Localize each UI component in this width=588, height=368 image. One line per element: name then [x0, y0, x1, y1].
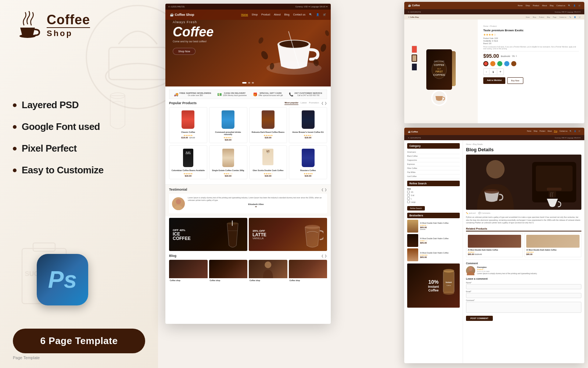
refine-button[interactable]: Refine Search	[407, 206, 425, 210]
color-option-blue[interactable]	[504, 61, 509, 66]
pd-nav-contact[interactable]: Contact us	[556, 4, 565, 7]
bestseller-1[interactable]: Al Most Double Dark Hakim Coffee ★★★★☆ $…	[407, 220, 460, 233]
page-template-label: Page Template	[13, 355, 40, 360]
pd-product-link[interactable]: Product	[539, 16, 544, 18]
bd-related-card-1[interactable]: Al Most Double Dark Hakim Coffee ★★★★☆ $…	[466, 233, 523, 257]
color-option-orange[interactable]	[490, 61, 495, 66]
submit-button[interactable]: POST COMMENT	[466, 316, 493, 321]
promo-latte[interactable]: 35% OFF LATTE VAINILLA	[249, 218, 327, 251]
pd-nav-blog[interactable]: Blog	[550, 4, 553, 7]
cat-espresso[interactable]: Espresso	[407, 162, 460, 166]
bd-nav-contact[interactable]: Contact us	[559, 130, 567, 132]
name-input[interactable]	[466, 284, 581, 289]
cat-black[interactable]: Black Coffee	[407, 154, 460, 158]
pd-nav-about[interactable]: About	[542, 4, 547, 7]
pd-contact-link[interactable]: Contact us	[559, 16, 566, 18]
feature-item: Google Font used	[13, 121, 104, 132]
product-card-4: Home Brewer's Invent Coffee Kit ★★★★☆ $1…	[289, 107, 327, 143]
thumb-red[interactable]	[412, 46, 417, 53]
blog-nav[interactable]: ❮ ❯	[321, 254, 327, 258]
bd-nav-shop[interactable]: Shop	[534, 130, 538, 132]
pd-cart-icon[interactable]: 🛒	[578, 4, 581, 7]
cat-flat[interactable]: Flat White	[407, 170, 460, 174]
checkbox-l[interactable]	[407, 197, 410, 200]
sidebar-promo-name: InstantCoffee	[428, 285, 439, 292]
shipping-support-text: 24/7 CUSTOMER SERVICE Call at 24/7 at 02…	[294, 92, 322, 96]
shipping-sub-3: Offer special bonuses with gift	[258, 94, 283, 96]
checkbox-sm[interactable]	[407, 194, 410, 197]
cat-filter[interactable]: Filter Coffee	[407, 166, 460, 170]
bd-nav-product[interactable]: Product	[539, 130, 545, 132]
pd-page-link[interactable]: Page	[553, 16, 556, 18]
bd-cart-icon[interactable]: 🛒	[578, 130, 581, 132]
comment-textarea[interactable]	[466, 302, 581, 313]
nav-arrows[interactable]: ❮ ❯	[321, 102, 327, 105]
tab-most-popular[interactable]: Most popular	[284, 102, 298, 105]
bd-related-card-2[interactable]: Al Most Double Dark Hakim Coffee ★★★★★ $…	[524, 233, 581, 257]
qty-plus[interactable]: +	[497, 69, 503, 75]
pd-cart-main-icon[interactable]: 🛒	[579, 16, 581, 18]
qty-minus[interactable]: -	[484, 69, 489, 75]
cat-cappuccino[interactable]: Cappuccino	[407, 158, 460, 162]
bestseller-2[interactable]: Al Most Double Dark Hakim Coffee ★★★☆☆ $…	[407, 234, 460, 247]
pd-shop-link[interactable]: Shop	[533, 16, 536, 18]
cat-americano[interactable]: Americano	[407, 150, 460, 154]
bd-nav-about[interactable]: About	[548, 130, 552, 132]
svg-point-32	[432, 60, 447, 79]
pd-content: ORGANIC COFFEE BUT FIRST COFFEE	[404, 20, 584, 123]
logo-area: Coffee Shop	[13, 11, 90, 40]
pd-nav-shop[interactable]: Shop	[526, 4, 530, 7]
svg-point-46	[469, 267, 473, 271]
email-field: Email*	[466, 290, 581, 298]
buy-now-button[interactable]: Buy Now	[507, 77, 523, 84]
hero-title: Coffee	[173, 25, 214, 39]
pd-user-icon[interactable]: 👤	[573, 4, 576, 7]
tab-promotion[interactable]: Promotion	[309, 102, 319, 105]
bd-related-img-2	[526, 235, 580, 248]
bd-nav-home[interactable]: Home	[527, 130, 531, 132]
pd-search-main-icon[interactable]: 🔍	[569, 16, 571, 18]
checkbox-large[interactable]	[407, 201, 410, 203]
promo-ice-coffee[interactable]: OFF 40% ICE COFFEE	[169, 218, 247, 251]
nav-logo: ☕ Coffee Shop	[170, 13, 194, 17]
pd-blog-link[interactable]: Blog	[547, 16, 550, 18]
add-to-wishlist-button[interactable]: Add to Wishlist	[483, 77, 505, 84]
color-option-red[interactable]	[483, 61, 488, 66]
blog-card-4[interactable]: Coffee shop	[289, 260, 327, 283]
checkbox-xs[interactable]	[407, 191, 410, 193]
blog-card-1[interactable]: Coffee shop	[169, 260, 208, 283]
email-input[interactable]	[466, 293, 581, 298]
testimonial-header: Testimonial ❮ ❯	[169, 188, 327, 191]
color-option-green[interactable]	[497, 61, 502, 66]
pd-user-main-icon[interactable]: 👤	[574, 16, 576, 18]
bestseller-3[interactable]: Al Most Double Dark Hakim Coffee ★★★★★ $…	[407, 248, 460, 261]
cat-iced[interactable]: Iced Coffee	[407, 174, 460, 178]
brand-name: Coffee	[47, 13, 90, 26]
thumb-tan[interactable]	[412, 54, 417, 62]
popular-products-title: Popular Products	[169, 101, 197, 105]
blog-card-3[interactable]: Coffee shop	[249, 260, 287, 283]
bd-search-icon[interactable]: 🔍	[570, 130, 572, 132]
thumb-dark[interactable]	[412, 63, 417, 71]
product-price-4: $18.00	[291, 137, 325, 139]
leave-comment-title: Leave a comment	[466, 277, 581, 280]
nav-home[interactable]: Home	[241, 13, 248, 16]
sidebar-promo-text: 10% InstantCoffee	[428, 279, 439, 292]
coffee-machine-svg	[466, 155, 581, 210]
bd-user-icon[interactable]: 👤	[574, 130, 576, 132]
color-option-brown[interactable]	[511, 61, 516, 66]
pd-nav-product[interactable]: Product	[533, 4, 539, 7]
testimonial-nav[interactable]: ❮ ❯	[321, 188, 327, 191]
bag-black: BLACKCOFFEE	[183, 149, 193, 167]
blog-card-2[interactable]: Coffee shop	[209, 260, 248, 283]
hero-cta-button[interactable]: Shop Now	[173, 48, 196, 55]
bd-nav-blog-active[interactable]: Blog	[554, 130, 557, 132]
product-tabs: Most popular Latest Promotion ❮ ❯	[284, 102, 327, 105]
pd-search-icon[interactable]: 🔍	[568, 4, 570, 7]
hero-image	[254, 11, 331, 81]
pd-nav-home[interactable]: Home	[518, 4, 523, 7]
features-list: Layered PSD Google Font used Pixel Perfe…	[13, 99, 104, 186]
screenshots-area: ✆ +1(523) 846(723) Currency: USD ▼ Langu…	[154, 0, 588, 368]
tab-latest[interactable]: Latest	[301, 102, 306, 105]
pd-home-link[interactable]: Home	[526, 16, 530, 18]
